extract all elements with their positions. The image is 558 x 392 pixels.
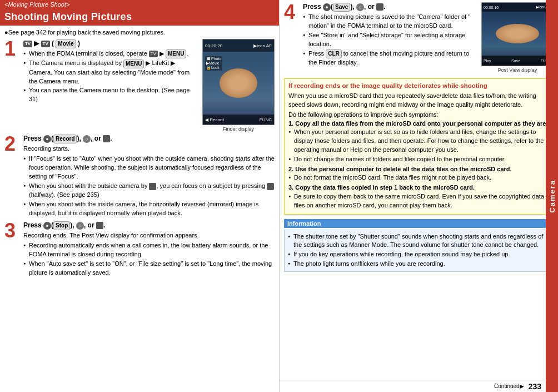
tv-icon-1: TV [23,41,32,47]
pv-save: Save [511,59,520,63]
intro-text: ●See page 342 for playing back the saved… [4,29,275,36]
page-title: Shooting Moving Pictures [0,9,279,26]
step-3-number: 3 [4,221,20,241]
camera-icons-top: ▶icon AF [253,43,272,48]
step-4-row: 4 Press ●(Save), ○, or . The shot moving… [284,2,554,73]
camera-timer: 00:20:20 [205,43,222,48]
pv-play: Play [484,59,491,63]
circle-btn-2: ● [43,135,51,143]
sq-icon-2 [267,183,274,190]
right-column: 4 Press ●(Save), ○, or . The shot moving… [279,0,558,392]
circle-o-2: ○ [83,135,91,143]
page-number: 233 [529,382,541,391]
step2-intro: Recording starts. [23,145,275,153]
page-footer: Continued▶ 233 [280,380,558,392]
step-3-row: 3 Press ●(Stop), ○, or . Recording ends.… [4,221,275,278]
step3-bullet-1: Recording automatically ends when a call… [23,241,275,259]
post-view-label: Post View display [481,67,554,73]
left-column: <Moving Picture Shoot> Shooting Moving P… [0,0,279,392]
camera-sidebar: Camera [546,0,558,392]
tv-icon-2: TV [41,41,50,47]
finder-label: Finder display [202,126,275,132]
step3-intro: Recording ends. The Post View display fo… [23,231,275,240]
save-button: Save [333,3,350,12]
tv-icon-3: TV [149,51,158,57]
information-section: The shutter tone set by "Shutter sound" … [284,230,554,272]
step-2-row: 2 Press ●(Record), ○, or . Recording sta… [4,134,275,219]
step1-bullet-1: When the FOMA terminal is closed, operat… [23,49,199,58]
pv-subject-face [496,24,539,43]
post-view-preview: 00:00:10 ▶icon AF Play Save FUNC [481,2,554,66]
information-bar: Information [284,219,554,228]
camera-top-overlay: 00:20:20 ▶icon AF [203,39,274,52]
stop-button: Stop [53,221,70,230]
warning-box: If recording ends or the image quality d… [284,78,554,215]
step-2-number: 2 [4,134,20,154]
func-label: FUNC [260,117,272,122]
step-1-row: 1 TV ▶ TV ( Movie ) When the FOMA termin… [4,39,275,132]
step2-bullet-3: When you shoot with the inside camera, t… [23,200,275,218]
camera-bottom-bar: ◀ Record FUNC [203,115,274,125]
square-btn-4 [376,3,383,11]
info-bullet-1: The shutter tone set by "Shutter sound" … [288,232,550,250]
circle-btn-3: ● [43,222,51,230]
step1-bullet-3: You can paste the Camera menu to the des… [23,86,199,104]
square-btn-3 [96,222,103,229]
step4-bullet-3: Press CLR to cancel the shot moving pict… [303,49,477,67]
step-4-title: Press ●(Save), ○, or . [303,2,477,12]
circle-btn-4: ● [323,3,331,11]
step-1-title: TV ▶ TV ( Movie ) [23,39,199,48]
camera-mode-icons: 🔲Photo ▶Movie 🔒Lock [205,56,222,71]
step-4-content: Press ●(Save), ○, or . The shot moving p… [303,2,477,68]
wi2-b1: Do not format the microSD card. The data… [288,173,549,182]
step-3-title: Press ●(Stop), ○, or . [23,221,275,230]
step-4-number: 4 [284,2,300,22]
wi3-b1: Be sure to copy them back to the same mi… [288,192,549,210]
step-1-content: TV ▶ TV ( Movie ) When the FOMA terminal… [23,39,199,105]
pv-face-area [482,12,553,56]
warning-item-1: 1. Copy all the data files from the micr… [288,120,549,164]
square-btn-2 [103,135,110,142]
step4-bullet-2: See "Store in" and "Select storage" for … [303,31,477,49]
warning-body: When you use a microSD card that you rep… [288,92,549,110]
camera-sidebar-label: Camera [548,180,556,213]
right-content-area: 4 Press ●(Save), ○, or . The shot moving… [280,0,558,380]
info-bullet-2: If you do key operations while recording… [288,250,550,259]
left-content-area: ●See page 342 for playing back the saved… [0,26,279,392]
menu-btn: MENU [166,49,186,58]
step-2-title: Press ●(Record), ○, or . [23,134,275,143]
step2-bullet-2: When you shoot with the outside camera b… [23,182,275,200]
camera-preview: 00:20:20 ▶icon AF ◀ Record FUNC 🔲Photo ▶… [202,39,275,125]
pv-bottom-bar: Play Save FUNC [482,56,553,66]
step-3-content: Press ●(Stop), ○, or . Recording ends. T… [23,221,275,278]
record-button: Record [53,135,77,143]
step-1-number: 1 [4,39,20,59]
sq-icon [149,183,156,190]
step3-bullet-2: When "Auto save set" is set to "ON", or … [23,260,275,277]
pv-top-bar: 00:00:10 ▶icon AF [482,3,553,12]
warning-item-2: 2. Use the personal computer to delete a… [288,165,549,182]
warning-do: Do the following operations to improve s… [288,111,549,118]
step4-inner: 4 Press ●(Save), ○, or . The shot moving… [284,2,477,68]
step1-bullet-2: The Camera menu is displayed by MENU ▶ L… [23,59,199,86]
circle-o-3: ○ [76,222,84,230]
info-bullet-3: The photo light turns on/flickers while … [288,260,550,269]
menu-btn-2: MENU [123,59,144,68]
warning-list: 1. Copy all the data files from the micr… [288,120,549,210]
step4-bullet-1: The shot moving picture is saved to the … [303,13,477,31]
warning-title: If recording ends or the image quality d… [288,82,549,90]
continued-text: Continued▶ [494,383,524,389]
record-btn-label: ◀ Record [205,117,224,122]
finder-display-area: 00:20:20 ▶icon AF ◀ Record FUNC 🔲Photo ▶… [202,39,275,132]
pv-timer: 00:00:10 [484,6,499,9]
breadcrumb: <Moving Picture Shoot> [0,0,279,9]
wi1-b2: Do not change the names of folders and f… [288,155,549,164]
clr-btn: CLR [326,49,342,58]
post-view-area: 00:00:10 ▶icon AF Play Save FUNC Post Vi… [481,2,554,73]
circle-o-4: ○ [356,3,364,11]
warning-item-3: 3. Copy the data files copied in step 1 … [288,183,549,210]
step2-bullet-1: If "Focus" is set to "Auto" when you sho… [23,155,275,181]
step-2-content: Press ●(Record), ○, or . Recording start… [23,134,275,219]
movie-button: Movie [56,39,76,48]
wi1-b1: When your personal computer is set so as… [288,128,549,155]
